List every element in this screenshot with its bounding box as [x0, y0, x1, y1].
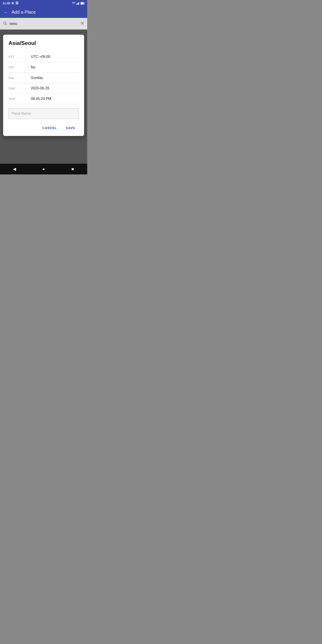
status-bar-left: 11:45 ⚙: [3, 1, 18, 5]
nav-home-button[interactable]: ●: [39, 164, 48, 174]
info-label-time: Time: [8, 97, 31, 100]
info-value-kst: UTC +09:00: [31, 55, 50, 59]
info-label-kst: KST: [8, 55, 31, 58]
search-clear-button[interactable]: [80, 22, 84, 26]
info-row-day: Day Sunday: [8, 73, 79, 83]
svg-rect-8: [84, 3, 84, 4]
settings-icon: ⚙: [12, 2, 14, 5]
save-button[interactable]: SAVE: [62, 124, 79, 132]
info-value-time: 06:45:24 PM: [31, 97, 51, 101]
app-bar-title: Add a Place: [12, 10, 36, 15]
nav-bar: ◀ ● ■: [0, 164, 87, 174]
battery-icon: [80, 1, 84, 5]
svg-rect-1: [16, 2, 18, 4]
info-label-dst: DST: [8, 66, 31, 69]
sim-icon: [16, 1, 18, 5]
search-bar: [0, 18, 87, 30]
app-bar: ← Add a Place: [0, 6, 87, 18]
info-value-day: Sunday: [31, 76, 43, 80]
wifi-icon: [72, 1, 76, 5]
svg-rect-3: [77, 3, 78, 5]
search-input[interactable]: [10, 22, 78, 26]
status-time: 11:45: [3, 2, 10, 5]
status-bar-right: [72, 1, 84, 5]
info-value-date: 2020-06-28: [31, 86, 49, 90]
info-row-dst: DST No: [8, 62, 79, 73]
info-row-date: Date 2020-06-28: [8, 83, 79, 94]
info-label-day: Day: [8, 76, 31, 80]
svg-rect-5: [79, 2, 80, 5]
place-name-input[interactable]: [12, 112, 76, 116]
search-icon: [3, 21, 7, 26]
info-value-dst: No: [31, 65, 35, 69]
svg-point-9: [4, 22, 6, 24]
svg-rect-2: [76, 4, 77, 5]
dialog-actions: CANCEL SAVE: [8, 124, 79, 132]
svg-rect-4: [78, 2, 79, 5]
place-name-input-wrap: [8, 108, 79, 119]
status-bar: 11:45 ⚙: [0, 0, 87, 6]
nav-back-button[interactable]: ◀: [10, 164, 19, 174]
cancel-button[interactable]: CANCEL: [39, 124, 60, 132]
dialog: Asia/Seoul KST UTC +09:00 DST No Day Sun…: [3, 35, 84, 136]
back-button[interactable]: ←: [4, 10, 8, 15]
svg-rect-7: [81, 2, 84, 4]
nav-recents-button[interactable]: ■: [68, 164, 77, 174]
svg-line-10: [6, 24, 7, 25]
dialog-title: Asia/Seoul: [8, 40, 79, 46]
signal-icon: [76, 1, 80, 5]
info-row-time: Time 06:45:24 PM: [8, 94, 79, 104]
info-row-kst: KST UTC +09:00: [8, 52, 79, 62]
info-label-date: Date: [8, 86, 31, 90]
